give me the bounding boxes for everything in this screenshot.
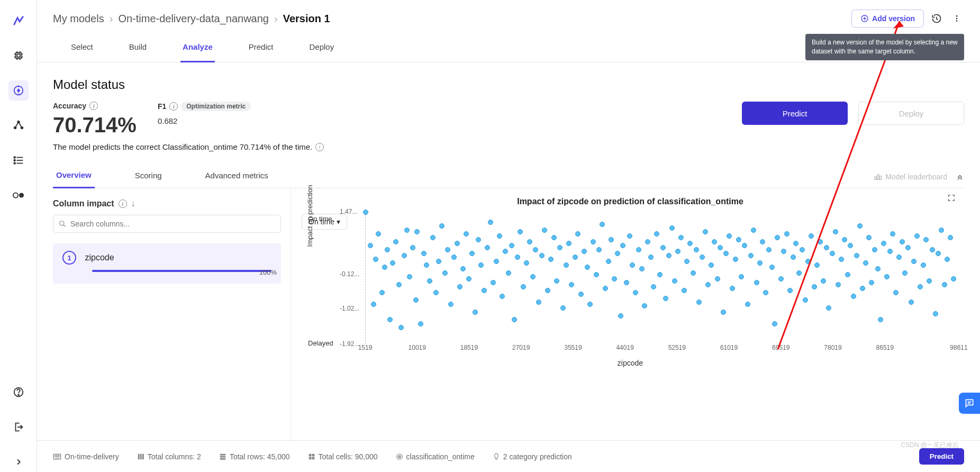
data-point[interactable] [569,282,574,287]
tab-deploy[interactable]: Deploy [307,37,336,62]
data-point[interactable] [730,286,735,291]
data-point[interactable] [485,245,490,250]
data-point[interactable] [451,255,457,260]
data-point[interactable] [803,297,808,303]
data-point[interactable] [566,241,571,246]
data-point[interactable] [587,302,593,307]
data-point[interactable] [430,235,435,240]
data-point[interactable] [509,243,514,248]
data-point[interactable] [705,282,711,287]
data-point[interactable] [606,259,611,264]
data-point[interactable] [812,284,817,289]
data-point[interactable] [672,278,677,284]
data-point[interactable] [939,228,944,233]
data-point[interactable] [948,235,953,240]
data-point[interactable] [748,253,754,258]
data-point[interactable] [582,249,587,254]
more-icon[interactable] [949,11,964,26]
data-point[interactable] [648,255,654,260]
model-icon[interactable] [8,80,29,101]
info-icon[interactable]: i [315,143,324,151]
data-point[interactable] [851,294,856,299]
toggle-icon[interactable] [8,185,29,205]
data-point[interactable] [745,302,750,307]
footer-predict-button[interactable]: Predict [919,448,964,465]
data-point[interactable] [382,265,387,270]
data-point[interactable] [727,233,732,239]
data-point[interactable] [421,251,427,256]
data-point[interactable] [402,253,407,258]
data-point[interactable] [869,280,874,285]
data-point[interactable] [363,210,368,215]
data-point[interactable] [654,231,659,237]
data-point[interactable] [663,296,668,301]
data-point[interactable] [866,235,872,240]
data-point[interactable] [721,310,726,315]
data-point[interactable] [778,276,784,282]
sort-icon[interactable]: ↓ [131,199,135,208]
data-point[interactable] [791,255,796,260]
data-point[interactable] [905,245,911,250]
expand-sidebar-icon[interactable] [8,452,29,472]
data-point[interactable] [469,251,475,256]
data-point[interactable] [824,245,829,250]
data-point[interactable] [923,237,929,242]
data-point[interactable] [642,303,647,308]
data-point[interactable] [551,235,557,240]
data-point[interactable] [723,251,729,256]
data-point[interactable] [557,245,562,250]
data-point[interactable] [536,299,541,305]
data-point[interactable] [515,255,520,260]
data-point[interactable] [930,247,935,252]
data-point[interactable] [594,272,599,277]
data-point[interactable] [684,259,689,264]
data-point[interactable] [424,262,429,268]
data-point[interactable] [814,262,820,268]
data-point[interactable] [603,286,608,291]
data-point[interactable] [573,255,578,260]
data-point[interactable] [742,243,747,248]
data-point[interactable] [918,284,923,289]
data-point[interactable] [427,278,432,284]
data-point[interactable] [575,231,580,237]
data-point[interactable] [414,229,420,234]
data-point[interactable] [491,280,496,285]
data-point[interactable] [591,239,596,244]
data-point[interactable] [478,262,484,268]
data-point[interactable] [845,272,850,277]
info-icon[interactable]: i [89,102,98,110]
data-point[interactable] [560,305,566,311]
predict-button[interactable]: Predict [742,102,848,125]
data-point[interactable] [921,262,926,268]
data-point[interactable] [757,260,763,266]
logo-icon[interactable] [8,11,29,31]
data-point[interactable] [433,290,439,295]
data-point[interactable] [760,239,765,244]
data-point[interactable] [872,247,877,252]
data-point[interactable] [657,272,663,277]
data-point[interactable] [596,247,602,252]
logout-icon[interactable] [8,417,29,437]
data-point[interactable] [784,231,790,237]
data-point[interactable] [600,222,605,227]
data-point[interactable] [488,220,493,225]
data-point[interactable] [578,292,584,297]
data-point[interactable] [524,260,529,266]
data-point[interactable] [371,302,376,307]
fullscreen-icon[interactable] [947,194,956,202]
data-point[interactable] [618,313,623,319]
data-point[interactable] [666,253,672,258]
data-point[interactable] [754,280,759,285]
data-point[interactable] [839,257,844,262]
data-point[interactable] [863,260,868,266]
data-point[interactable] [464,231,469,237]
data-point[interactable] [836,282,841,287]
data-point[interactable] [512,317,517,322]
data-point[interactable] [796,270,802,276]
data-point[interactable] [911,259,917,264]
data-point[interactable] [530,274,536,279]
breadcrumb-root[interactable]: My models [53,13,104,25]
data-point[interactable] [521,284,526,289]
data-point[interactable] [700,255,705,260]
data-point[interactable] [585,265,590,270]
